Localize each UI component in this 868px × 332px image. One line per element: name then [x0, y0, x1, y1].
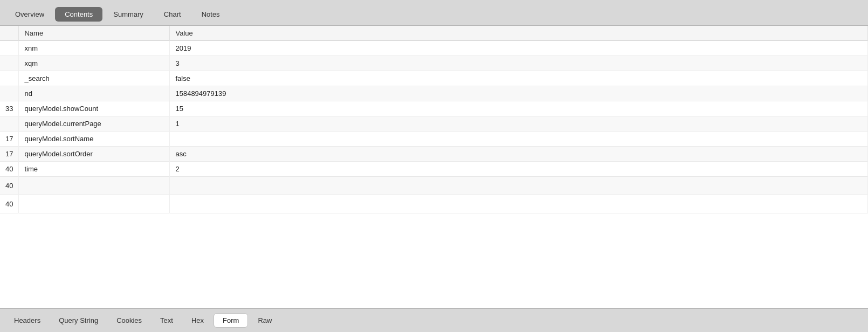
value-cell: false [170, 71, 868, 86]
row-num-cell: 40 [0, 177, 19, 195]
table-row: 17 queryModel.sortOrder asc [0, 147, 868, 162]
table-row: xnm 2019 [0, 41, 868, 56]
data-table: Name Value xnm 2019 xqm 3 _search [0, 26, 868, 213]
row-num-cell [0, 116, 19, 132]
row-num-cell [0, 41, 19, 56]
name-cell: time [19, 162, 170, 177]
tab-text[interactable]: Text [151, 314, 182, 327]
name-cell: queryModel.sortOrder [19, 147, 170, 162]
row-num-cell: 40 [0, 162, 19, 177]
table-row: nd 1584894979139 [0, 86, 868, 101]
col-value-header: Value [170, 26, 868, 41]
table-row: 40 [0, 195, 868, 213]
tab-headers[interactable]: Headers [5, 314, 49, 327]
name-cell: queryModel.currentPage [19, 116, 170, 132]
tab-form[interactable]: Form [213, 313, 248, 328]
row-num-cell [0, 86, 19, 101]
table-row: queryModel.currentPage 1 [0, 116, 868, 132]
name-cell [19, 177, 170, 195]
tab-hex[interactable]: Hex [183, 314, 212, 327]
name-cell: queryModel.showCount [19, 101, 170, 116]
tab-cookies[interactable]: Cookies [108, 314, 150, 327]
table-row: _search false [0, 71, 868, 86]
name-cell: xnm [19, 41, 170, 56]
value-cell: 1584894979139 [170, 86, 868, 101]
value-cell: 15 [170, 101, 868, 116]
value-cell [170, 195, 868, 213]
table-row: xqm 3 [0, 56, 868, 71]
tab-raw[interactable]: Raw [249, 314, 280, 327]
col-rownum-header [0, 26, 19, 41]
col-name-header: Name [19, 26, 170, 41]
value-cell [170, 132, 868, 147]
tab-notes[interactable]: Notes [192, 7, 230, 22]
row-num-cell: 17 [0, 132, 19, 147]
tab-summary[interactable]: Summary [104, 7, 153, 22]
row-num-cell [0, 56, 19, 71]
tab-chart[interactable]: Chart [154, 7, 191, 22]
table-row: 17 queryModel.sortName [0, 132, 868, 147]
table-row: 40 time 2 [0, 162, 868, 177]
value-cell: asc [170, 147, 868, 162]
value-cell: 1 [170, 116, 868, 132]
tab-overview[interactable]: Overview [5, 7, 54, 22]
value-cell: 2 [170, 162, 868, 177]
bottom-tab-bar: Headers Query String Cookies Text Hex Fo… [0, 308, 868, 332]
name-cell: _search [19, 71, 170, 86]
name-cell [19, 195, 170, 213]
row-num-cell: 40 [0, 195, 19, 213]
tab-contents[interactable]: Contents [55, 7, 102, 22]
table-row: 33 queryModel.showCount 15 [0, 101, 868, 116]
app-wrapper: Overview Contents Summary Chart Notes Na… [0, 0, 868, 332]
value-cell: 3 [170, 56, 868, 71]
row-num-cell: 33 [0, 101, 19, 116]
tab-query-string[interactable]: Query String [50, 314, 107, 327]
row-num-cell: 17 [0, 147, 19, 162]
main-content-area: Name Value xnm 2019 xqm 3 _search [0, 26, 868, 308]
name-cell: queryModel.sortName [19, 132, 170, 147]
value-cell: 2019 [170, 41, 868, 56]
name-cell: xqm [19, 56, 170, 71]
name-cell: nd [19, 86, 170, 101]
value-cell [170, 177, 868, 195]
table-row: 40 [0, 177, 868, 195]
row-num-cell [0, 71, 19, 86]
top-tab-bar: Overview Contents Summary Chart Notes [0, 0, 868, 26]
